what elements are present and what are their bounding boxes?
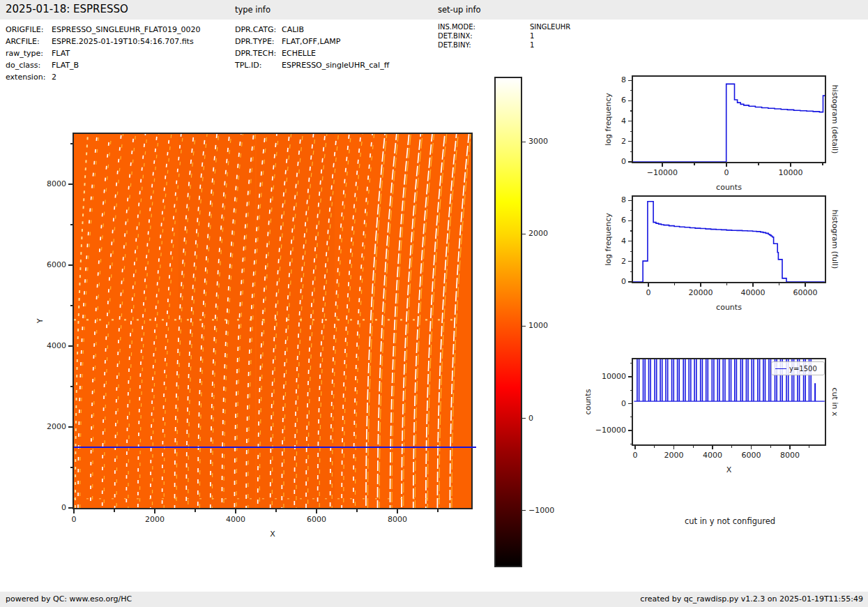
file-info-label: ORIGFILE: <box>6 25 43 34</box>
tick-mark <box>628 220 632 221</box>
colorbar-frame <box>494 77 522 567</box>
x-axis-label: X <box>270 530 275 539</box>
tick-mark <box>628 161 632 162</box>
file-info-value: 2 <box>52 73 56 82</box>
setup-info-value: SINGLEUHR <box>530 23 570 31</box>
legend-label: y=1500 <box>789 365 817 373</box>
tick-mark <box>779 283 779 285</box>
x-axis-label: counts <box>716 303 742 312</box>
tick-mark <box>70 224 73 225</box>
type-info-heading: type info <box>235 5 271 15</box>
tick-label: 8 <box>621 75 626 84</box>
tick-mark <box>693 446 694 448</box>
tick-mark <box>694 163 694 165</box>
legend-line-sample <box>775 368 786 369</box>
tick-mark <box>628 241 632 241</box>
tick-mark <box>630 417 632 417</box>
tick-mark <box>316 509 317 514</box>
tick-mark <box>630 230 632 231</box>
tick-label: 2 <box>621 137 626 146</box>
x-axis-label: X <box>726 465 732 474</box>
cut-line-y1500 <box>74 447 476 448</box>
tick-label: 2000 <box>528 229 548 238</box>
tick-mark <box>673 446 674 449</box>
tick-mark <box>68 183 73 184</box>
tick-mark <box>68 345 73 346</box>
tick-label: 8 <box>621 195 626 204</box>
y-axis-label: log frequency <box>604 213 613 265</box>
tick-label: 2 <box>621 257 626 266</box>
setup-info-value: 1 <box>530 41 534 49</box>
file-info-label: ARCFILE: <box>6 37 40 46</box>
tick-label: 4000 <box>703 451 722 460</box>
tick-mark <box>630 90 632 91</box>
right-panel-label: cut in x <box>830 388 839 417</box>
tick-mark <box>70 467 73 467</box>
tick-label: 0 <box>633 451 638 460</box>
tick-mark <box>630 363 632 364</box>
plot-canvas <box>633 197 825 282</box>
tick-mark <box>630 390 632 391</box>
tick-mark <box>628 141 632 142</box>
tick-label: 20000 <box>689 288 713 297</box>
tick-mark <box>630 151 632 152</box>
tick-mark <box>68 264 73 265</box>
tick-label: 40000 <box>740 288 765 297</box>
tick-mark <box>522 142 526 142</box>
tick-mark <box>70 386 73 387</box>
tick-mark <box>630 444 632 444</box>
file-info-value: FLAT <box>52 49 70 58</box>
tick-mark <box>662 163 662 167</box>
tick-label: 4 <box>621 237 626 246</box>
tick-label: 0 <box>621 277 626 286</box>
header-bar: 2025-01-18: ESPRESSO type info set-up in… <box>0 0 868 20</box>
tick-label: 6000 <box>742 451 761 460</box>
tick-mark <box>70 143 73 144</box>
tick-label: 10000 <box>602 372 626 381</box>
tick-mark <box>630 131 632 132</box>
tick-label: 0 <box>72 515 77 524</box>
tick-label: 8000 <box>780 451 800 460</box>
y-axis-label: counts <box>584 389 593 415</box>
tick-mark <box>195 509 195 512</box>
tick-mark <box>770 446 771 448</box>
page-title: 2025-01-18: ESPRESSO <box>6 3 128 15</box>
tick-mark <box>68 507 73 508</box>
tick-mark <box>628 200 632 201</box>
tick-mark <box>630 210 632 211</box>
tick-label: 0 <box>528 414 533 423</box>
tick-mark <box>73 509 74 514</box>
y-axis-label: log frequency <box>604 93 613 145</box>
tick-mark <box>628 403 632 404</box>
tick-mark <box>751 446 752 449</box>
tick-mark <box>522 418 526 419</box>
tick-mark <box>789 446 790 449</box>
tick-label: −10000 <box>595 426 626 435</box>
tick-mark <box>522 510 526 511</box>
file-info-label: do_class: <box>6 61 40 70</box>
tick-mark <box>235 509 236 514</box>
tick-mark <box>790 163 791 167</box>
tick-mark <box>726 283 727 285</box>
tick-mark <box>628 281 632 282</box>
tick-label: 2000 <box>664 451 684 460</box>
tick-mark <box>726 163 726 167</box>
tick-mark <box>356 509 357 512</box>
file-info-value: FLAT_B <box>52 61 79 70</box>
tick-label: 2000 <box>145 515 165 524</box>
tick-mark <box>628 430 632 430</box>
legend: y=1500 <box>771 361 825 375</box>
tick-label: 3000 <box>528 137 548 146</box>
type-info-label: DPR.CATG: <box>235 25 276 34</box>
tick-mark <box>397 509 397 514</box>
tick-label: 2000 <box>47 422 66 431</box>
tick-label: 1000 <box>528 321 548 330</box>
right-panel-label: histogram (detail) <box>830 85 839 154</box>
tick-mark <box>628 80 632 81</box>
setup-info-label: DET.BINY: <box>438 41 471 49</box>
tick-mark <box>154 509 155 514</box>
footer-powered-by: powered by QC: www.eso.org/HC <box>6 594 132 604</box>
tick-mark <box>275 509 276 512</box>
tick-mark <box>654 446 655 448</box>
file-info-label: raw_type: <box>6 49 43 58</box>
